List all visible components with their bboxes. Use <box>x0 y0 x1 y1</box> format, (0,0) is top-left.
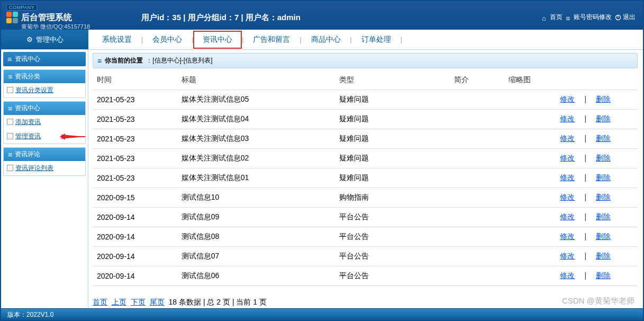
cell-actions: 修改|删除 <box>556 266 638 286</box>
cell-type: 疑难问题 <box>335 90 449 110</box>
cell-thumb <box>504 266 556 286</box>
cell-brief <box>450 208 504 227</box>
edit-link[interactable]: 修改 <box>560 95 575 103</box>
user-info-bar: 用户id：35 | 用户分组id：7 | 用户名：admin <box>141 13 301 23</box>
sidebar-group-header[interactable]: 资讯中心 <box>4 102 85 115</box>
cell-thumb <box>504 227 556 247</box>
delete-link[interactable]: 删除 <box>596 271 611 280</box>
nav-item-info[interactable]: 资讯中心 <box>193 31 242 49</box>
pager-prev[interactable]: 上页 <box>112 298 126 306</box>
action-separator: | <box>584 252 586 260</box>
breadcrumb: 你当前的位置 ：[信息中心]-[信息列表] <box>93 53 638 68</box>
cell-actions: 修改|删除 <box>556 227 638 247</box>
sidebar-item-add-info[interactable]: 添加资讯 <box>4 115 85 129</box>
cell-time: 2020-09-14 <box>93 247 177 266</box>
sidebar-item-manage-info[interactable]: 管理资讯 <box>4 129 85 144</box>
nav-item-orders[interactable]: 订单处理 <box>352 32 401 48</box>
header: COMPANY 后台管理系统 黄菊华 微信/QQ:45157718 用户id：3… <box>1 1 643 30</box>
delete-link[interactable]: 删除 <box>596 193 611 201</box>
cell-time: 2020-09-14 <box>93 208 177 227</box>
cell-type: 疑难问题 <box>335 110 449 129</box>
edit-link[interactable]: 修改 <box>560 212 575 221</box>
pager-first[interactable]: 首页 <box>93 298 107 306</box>
cell-time: 2020-09-14 <box>93 266 177 286</box>
cell-brief <box>450 188 504 208</box>
cell-type: 平台公告 <box>335 227 449 247</box>
nav-item-goods[interactable]: 商品中心 <box>302 32 350 48</box>
cell-time: 2021-05-23 <box>93 90 177 110</box>
table-row: 2021-05-23媒体关注测试信息03疑难问题修改|删除 <box>93 129 638 149</box>
sidebar: 资讯中心 资讯分类 资讯分类设置 资讯中心 添加资讯 管理资讯 资讯评论 资讯评… <box>1 50 88 308</box>
delete-link[interactable]: 删除 <box>596 114 611 123</box>
sidebar-group-header[interactable]: 资讯评论 <box>4 148 85 161</box>
edit-link[interactable]: 修改 <box>560 134 575 142</box>
cell-title: 测试信息10 <box>177 188 335 208</box>
cell-actions: 修改|删除 <box>556 149 638 168</box>
th-actions <box>556 70 638 90</box>
cell-thumb <box>504 188 556 208</box>
system-title: 后台管理系统 <box>21 12 72 23</box>
home-link[interactable]: 首页 <box>542 13 563 22</box>
cell-type: 购物指南 <box>335 188 449 208</box>
logo-icon <box>6 12 18 23</box>
cell-time: 2020-09-15 <box>93 188 177 208</box>
version-text: 版本：2022V1.0 <box>7 311 53 318</box>
password-link[interactable]: 账号密码修改 <box>566 13 612 22</box>
edit-link[interactable]: 修改 <box>560 193 575 201</box>
mgmt-center-tab[interactable]: 管理中心 <box>1 30 88 49</box>
table-row: 2021-05-23媒体关注测试信息02疑难问题修改|删除 <box>93 149 638 168</box>
delete-link[interactable]: 删除 <box>596 232 611 240</box>
edit-link[interactable]: 修改 <box>560 154 575 162</box>
cell-brief <box>450 247 504 266</box>
pager-last[interactable]: 尾页 <box>150 298 165 306</box>
cell-thumb <box>504 129 556 149</box>
cell-title: 媒体关注测试信息02 <box>177 149 335 168</box>
table-row: 2020-09-14测试信息07平台公告修改|删除 <box>93 247 638 266</box>
nav-item-member[interactable]: 会员中心 <box>143 32 192 48</box>
cell-type: 疑难问题 <box>335 168 449 188</box>
delete-link[interactable]: 删除 <box>596 212 611 221</box>
cell-brief <box>450 129 504 149</box>
list-icon <box>8 104 12 113</box>
pager-next[interactable]: 下页 <box>131 298 146 306</box>
list-icon <box>7 55 12 64</box>
cell-thumb <box>504 110 556 129</box>
nav-item-system[interactable]: 系统设置 <box>93 32 141 48</box>
edit-link[interactable]: 修改 <box>560 114 575 123</box>
list-icon <box>8 150 12 159</box>
cell-title: 测试信息09 <box>177 208 335 227</box>
delete-link[interactable]: 删除 <box>596 95 611 103</box>
th-type: 类型 <box>335 70 449 90</box>
logout-link[interactable]: 退出 <box>615 13 636 22</box>
table-row: 2021-05-23媒体关注测试信息04疑难问题修改|删除 <box>93 110 638 129</box>
delete-link[interactable]: 删除 <box>596 154 611 162</box>
action-separator: | <box>584 173 586 182</box>
delete-link[interactable]: 删除 <box>596 134 611 142</box>
cell-actions: 修改|删除 <box>556 208 638 227</box>
sidebar-item-category-setting[interactable]: 资讯分类设置 <box>4 83 85 97</box>
nav-items: 系统设置| 会员中心| 资讯中心| 广告和留言| 商品中心| 订单处理| <box>88 30 406 49</box>
nav-item-ads[interactable]: 广告和留言 <box>243 32 300 48</box>
action-separator: | <box>584 134 586 142</box>
cell-time: 2021-05-23 <box>93 110 177 129</box>
th-title: 标题 <box>177 70 335 90</box>
edit-link[interactable]: 修改 <box>560 271 575 280</box>
cell-actions: 修改|删除 <box>556 129 638 149</box>
sidebar-group-header[interactable]: 资讯分类 <box>4 70 85 83</box>
data-table: 时间 标题 类型 简介 缩略图 2021-05-23媒体关注测试信息05疑难问题… <box>93 70 638 286</box>
delete-link[interactable]: 删除 <box>596 252 611 260</box>
table-row: 2021-05-23媒体关注测试信息05疑难问题修改|删除 <box>93 90 638 110</box>
table-row: 2020-09-14测试信息08平台公告修改|删除 <box>93 227 638 247</box>
home-icon <box>542 14 548 21</box>
edit-link[interactable]: 修改 <box>560 232 575 240</box>
delete-link[interactable]: 删除 <box>596 173 611 182</box>
th-time: 时间 <box>93 70 177 90</box>
edit-link[interactable]: 修改 <box>560 252 575 260</box>
edit-link[interactable]: 修改 <box>560 173 575 182</box>
cell-type: 疑难问题 <box>335 149 449 168</box>
header-subtitle: 黄菊华 微信/QQ:45157718 <box>21 23 638 31</box>
cell-brief <box>450 227 504 247</box>
sidebar-item-comment-list[interactable]: 资讯评论列表 <box>4 161 85 175</box>
cell-type: 平台公告 <box>335 247 449 266</box>
sidebar-group-comment: 资讯评论 资讯评论列表 <box>3 147 86 176</box>
